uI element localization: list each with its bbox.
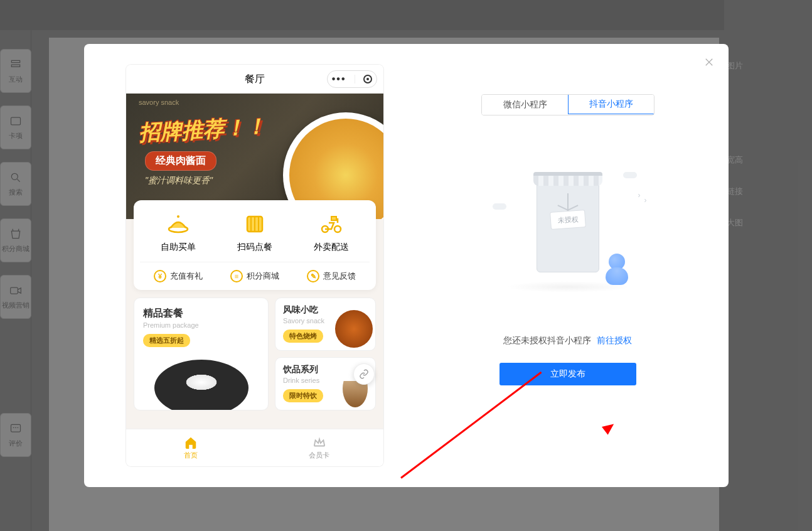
- publish-button[interactable]: 立即发布: [499, 363, 636, 385]
- home-icon: [184, 436, 198, 449]
- category-package[interactable]: 精品套餐 Premium package 精选五折起: [134, 298, 269, 410]
- menu-self-order[interactable]: 自助买单: [161, 213, 196, 253]
- category-tag: 特色烧烤: [283, 330, 323, 343]
- phone-header: 餐厅 •••: [126, 65, 383, 94]
- menu-label: 积分商城: [247, 271, 279, 282]
- banner-small-text: savory snack: [139, 99, 179, 106]
- modal-overlay: 餐厅 ••• savory snack 招牌推荐！！ 经典肉酱面 "蜜汁调料味更…: [0, 0, 812, 531]
- menu-label: 扫码点餐: [237, 242, 272, 253]
- link-icon: [359, 369, 369, 379]
- close-icon: [703, 56, 715, 68]
- crown-icon: [313, 436, 326, 449]
- banner-subline: "蜜汁调料味更香": [145, 175, 213, 186]
- person-icon: [604, 254, 629, 285]
- tab-member[interactable]: 会员卡: [255, 429, 383, 466]
- category-tag: 限时特饮: [283, 389, 323, 402]
- close-button[interactable]: [703, 56, 715, 68]
- auth-link[interactable]: 前往授权: [597, 335, 632, 345]
- auth-message: 您还未授权抖音小程序 前往授权: [503, 335, 633, 346]
- tab-wechat[interactable]: 微信小程序: [482, 95, 569, 115]
- more-icon: •••: [332, 73, 346, 85]
- sign-text: 未授权: [550, 210, 586, 230]
- edit-icon: ✎: [307, 270, 319, 282]
- category-sub: Premium package: [143, 321, 259, 329]
- menu-label: 意见反馈: [323, 271, 356, 282]
- menu-scan-order[interactable]: 扫码点餐: [237, 213, 272, 253]
- svg-point-5: [177, 215, 179, 218]
- banner-headline: 招牌推荐！！: [138, 112, 267, 148]
- menu-label: 自助买单: [161, 242, 196, 253]
- yen-icon: ¥: [154, 270, 166, 282]
- banner-badge: 经典肉酱面: [145, 151, 216, 171]
- tab-label: 首页: [184, 451, 198, 460]
- target-icon: [363, 75, 372, 83]
- delivery-icon: [320, 213, 343, 235]
- menu-points-mall[interactable]: ≡积分商城: [230, 270, 279, 282]
- capsule-button[interactable]: •••: [327, 70, 377, 88]
- tab-douyin[interactable]: 抖音小程序: [568, 94, 654, 114]
- dish-icon: [167, 213, 190, 235]
- food-image: [154, 360, 248, 410]
- unauthorized-illustration: › › 未授权: [486, 166, 649, 304]
- publish-panel: 微信小程序 抖音小程序 › › 未授权 您还未授权抖音小程序 前往授权: [407, 44, 729, 487]
- svg-rect-9: [331, 217, 336, 220]
- tab-label: 会员卡: [309, 451, 329, 460]
- category-row: 精品套餐 Premium package 精选五折起 风味小吃 Savory s…: [134, 298, 376, 410]
- menu-label: 充值有礼: [170, 271, 203, 282]
- food-image: [335, 310, 373, 348]
- phone-body: savory snack 招牌推荐！！ 经典肉酱面 "蜜汁调料味更香" 自助买单: [126, 94, 383, 429]
- menu-delivery[interactable]: 外卖配送: [314, 213, 349, 253]
- coins-icon: ≡: [230, 270, 243, 282]
- phone-title: 餐厅: [245, 73, 265, 86]
- platform-tabs: 微信小程序 抖音小程序: [481, 94, 654, 115]
- preview-column: 餐厅 ••• savory snack 招牌推荐！！ 经典肉酱面 "蜜汁调料味更…: [84, 44, 407, 487]
- category-title: 精品套餐: [143, 307, 259, 320]
- menu-card: 自助买单 扫码点餐 外卖配送 ¥充值有: [134, 200, 376, 290]
- qr-icon: [243, 213, 266, 235]
- float-link-button[interactable]: [353, 363, 375, 385]
- category-snack[interactable]: 风味小吃 Savory snack 特色烧烤: [275, 298, 376, 351]
- menu-label: 外卖配送: [314, 242, 349, 253]
- phone-tabbar: 首页 会员卡: [126, 429, 383, 466]
- tab-home[interactable]: 首页: [126, 429, 255, 466]
- category-tag: 精选五折起: [143, 334, 190, 347]
- menu-recharge[interactable]: ¥充值有礼: [154, 270, 203, 282]
- menu-feedback[interactable]: ✎意见反馈: [307, 270, 356, 282]
- phone-preview: 餐厅 ••• savory snack 招牌推荐！！ 经典肉酱面 "蜜汁调料味更…: [126, 65, 383, 466]
- svg-point-8: [334, 226, 341, 232]
- publish-modal: 餐厅 ••• savory snack 招牌推荐！！ 经典肉酱面 "蜜汁调料味更…: [84, 44, 729, 487]
